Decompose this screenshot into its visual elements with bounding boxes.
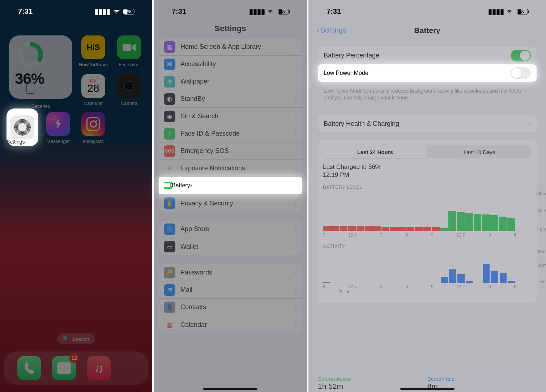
wifi-icon <box>113 8 120 16</box>
row-appstore[interactable]: ⒶApp Store› <box>159 221 302 238</box>
mail-icon: ✉ <box>164 284 175 296</box>
battery-icon <box>164 182 172 189</box>
battery-indicator: 36 <box>278 9 289 14</box>
sos-icon: SOS <box>164 145 175 157</box>
chevron-right-icon: › <box>294 164 297 172</box>
chevron-right-icon: › <box>294 112 297 120</box>
chevron-right-icon: › <box>294 286 297 294</box>
toggle-battery-percentage[interactable] <box>511 50 531 61</box>
hand-icon: ✋ <box>164 197 175 209</box>
last-charged-time: 12:19 PM <box>323 171 532 179</box>
chevron-right-icon: › <box>294 77 297 86</box>
standby-icon: ◐ <box>164 93 175 105</box>
cellular-icon: ▮▮▮▮ <box>488 7 504 16</box>
chevron-right-icon: › <box>294 321 297 329</box>
chart-activity-label: ACTIVITY <box>323 243 532 249</box>
chevron-right-icon: › <box>294 129 297 138</box>
battery-usage-card: Last 24 Hours Last 10 Days Last Charged … <box>318 140 537 303</box>
chevron-right-icon: › <box>294 303 297 311</box>
chart-battery-level-label: BATTERY LEVEL <box>323 184 532 190</box>
chevron-right-icon: › <box>294 199 297 208</box>
siri-icon: ◉ <box>164 111 175 122</box>
row-calendar[interactable]: ▦Calendar› <box>159 316 302 333</box>
faceid-icon: ☺ <box>164 128 175 140</box>
battery-indicator: 36 <box>123 9 134 14</box>
home-indicator[interactable] <box>203 388 257 390</box>
battery-title: Battery <box>308 26 546 35</box>
row-accessibility[interactable]: ⌘Accessibility› <box>159 56 302 73</box>
status-bar: 7:31 ▮▮▮▮ 36 <box>0 7 152 16</box>
home-screen: 7:31 ▮▮▮▮ 36 36% Batteries HiS HowToiSol… <box>0 0 154 392</box>
chart-battery-level: 100% 50% 0% <box>323 192 532 231</box>
appstore-icon: Ⓐ <box>164 223 175 235</box>
low-power-footnote: Low Power Mode temporarily reduces backg… <box>318 84 537 101</box>
chevron-right-icon: › <box>294 95 297 103</box>
row-standby[interactable]: ◐StandBy› <box>159 90 302 108</box>
chart-date: 28 Jul <box>337 289 532 294</box>
settings-title: Settings <box>154 24 307 33</box>
screen-idle-label: Screen Idle <box>427 376 537 382</box>
row-siri[interactable]: ◉Siri & Search› <box>159 108 302 125</box>
svg-rect-1 <box>164 183 170 187</box>
chevron-right-icon: › <box>294 147 297 155</box>
home-indicator[interactable] <box>400 388 455 390</box>
calendar-icon: ▦ <box>164 319 175 331</box>
wifi-icon: ᯤ <box>507 8 514 16</box>
key-icon: 🔑 <box>164 267 175 278</box>
wifi-icon: ᯤ <box>268 8 275 16</box>
chevron-right-icon: › <box>294 243 297 251</box>
chart-x-axis: 912 A36912 P36 <box>323 233 532 238</box>
segment-control[interactable]: Last 24 Hours Last 10 Days <box>323 145 532 158</box>
row-low-power-mode-highlighted[interactable]: Low Power Mode <box>318 64 537 82</box>
exposure-icon: ☀ <box>164 163 175 174</box>
chevron-right-icon: › <box>528 120 531 128</box>
row-exposure[interactable]: ☀Exposure Notifications› <box>159 160 302 177</box>
last-charged-label: Last Charged to 56% <box>323 163 532 171</box>
row-wallpaper[interactable]: ❀Wallpaper› <box>159 73 302 90</box>
settings-screen: 7:31 ▮▮▮▮ ᯤ 36 Settings ▦Home Screen & A… <box>154 0 308 392</box>
gear-icon <box>14 119 31 136</box>
chevron-right-icon: › <box>294 60 297 68</box>
chevron-right-icon: › <box>294 225 297 233</box>
status-bar: 7:31 ▮▮▮▮ ᯤ 36 <box>308 7 546 16</box>
cellular-icon: ▮▮▮▮ <box>249 7 265 16</box>
screen-active-label: Screen Active <box>318 376 427 382</box>
accessibility-icon: ⌘ <box>164 59 175 70</box>
row-faceid[interactable]: ☺Face ID & Passcode› <box>159 125 302 142</box>
status-time: 7:31 <box>18 7 33 16</box>
chevron-right-icon: › <box>294 43 297 51</box>
battery-screen: 7:31 ▮▮▮▮ ᯤ 36 ‹ Settings Battery Batter… <box>308 0 546 392</box>
contacts-icon: 👤 <box>164 302 175 313</box>
row-battery-percentage[interactable]: Battery Percentage <box>318 47 537 64</box>
wallet-icon: ▭ <box>164 241 175 252</box>
row-home-screen[interactable]: ▦Home Screen & App Library› <box>159 38 302 56</box>
row-battery-health[interactable]: Battery Health & Charging › <box>318 115 537 132</box>
status-bar: 7:31 ▮▮▮▮ ᯤ 36 <box>154 7 307 16</box>
toggle-low-power-mode[interactable] <box>511 67 531 79</box>
grid-icon: ▦ <box>164 41 175 53</box>
row-wallet[interactable]: ▭Wallet› <box>159 238 302 255</box>
row-contacts[interactable]: 👤Contacts› <box>159 299 302 316</box>
chart-activity: 60m 30m 0m <box>323 250 532 283</box>
row-sos[interactable]: SOSEmergency SOS› <box>159 142 302 160</box>
cellular-icon: ▮▮▮▮ <box>94 7 110 16</box>
segment-24h[interactable]: Last 24 Hours <box>323 145 427 158</box>
row-battery-highlighted[interactable]: Battery › <box>159 177 302 194</box>
row-mail[interactable]: ✉Mail› <box>159 281 302 299</box>
wallpaper-icon: ❀ <box>164 76 175 88</box>
chevron-right-icon: › <box>294 268 297 277</box>
battery-indicator: 36 <box>517 9 528 14</box>
chevron-right-icon: › <box>190 182 192 189</box>
app-settings-highlighted[interactable]: Settings <box>7 108 38 146</box>
battery-section-health: Battery Health & Charging › <box>318 115 537 132</box>
segment-10d[interactable]: Last 10 Days <box>427 145 532 158</box>
row-passwords[interactable]: 🔑Passwords› <box>159 264 302 281</box>
row-privacy[interactable]: ✋Privacy & Security› <box>159 195 302 212</box>
